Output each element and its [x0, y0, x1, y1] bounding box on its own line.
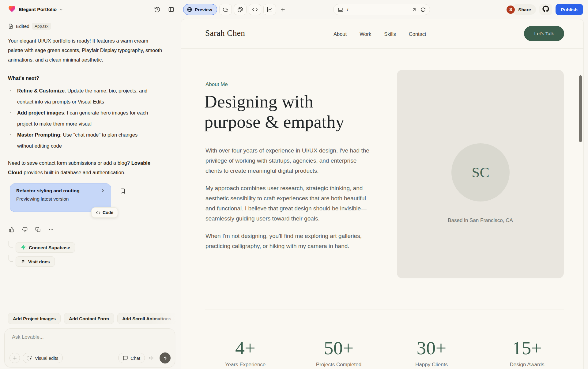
stat-value: 15+ — [481, 338, 573, 358]
about-paragraphs: With over four years of experience in UI… — [205, 145, 372, 258]
edited-label: Edited — [16, 24, 29, 29]
open-external-icon[interactable] — [412, 7, 417, 12]
version-card-title: Refactor styling and routing — [16, 188, 80, 194]
connect-supabase-label: Connect Supabase — [29, 245, 70, 250]
attach-button[interactable] — [9, 353, 20, 363]
branch-connector — [9, 241, 13, 247]
user-avatar[interactable]: S — [506, 5, 515, 14]
stat-design-awards: 15+ Design Awards — [481, 338, 573, 368]
version-card-zone: Refactor styling and routing Previewing … — [8, 183, 164, 218]
visit-docs-row: Visit docs — [8, 256, 164, 267]
audio-wave-icon[interactable] — [147, 353, 156, 363]
nav-link-about[interactable]: About — [334, 31, 347, 37]
list-item: Refine & Customize: Update the name, bio… — [8, 85, 155, 107]
top-bar: Elegant Portfolio Preview — [0, 0, 588, 19]
code-icon — [252, 7, 258, 13]
cloud-note-pre: Need to save contact form submissions or… — [8, 160, 131, 166]
top-right-actions: S Share Publish — [506, 4, 583, 15]
project-name: Elegant Portfolio — [19, 7, 57, 12]
analytics-button[interactable] — [263, 4, 276, 15]
nav-link-contact[interactable]: Contact — [409, 31, 426, 37]
location-caption: Based in San Francisco, CA — [397, 217, 564, 224]
monogram-circle: SC — [451, 143, 510, 201]
stat-value: 4+ — [199, 338, 291, 358]
assistant-intro-message: Your elegant UI/UX portfolio is ready! I… — [8, 36, 164, 65]
about-paragraph: With over four years of experience in UI… — [205, 145, 372, 176]
about-heading: Designing withpurpose & empathy — [204, 92, 344, 132]
edited-file-row[interactable]: Edited App.tsx — [8, 23, 164, 30]
bullet-lead: Master Prompting — [17, 132, 60, 137]
publish-button[interactable]: Publish — [556, 4, 583, 15]
share-group: S Share — [506, 4, 536, 15]
prompt-composer[interactable]: Visual edits Chat — [4, 328, 175, 367]
visit-docs-button[interactable]: Visit docs — [16, 256, 55, 267]
nav-link-work[interactable]: Work — [360, 31, 371, 37]
stat-value: 30+ — [386, 338, 477, 358]
url-bar[interactable]: / — [333, 4, 430, 15]
bookmark-icon[interactable] — [118, 186, 127, 196]
plus-icon — [12, 356, 17, 361]
stat-label: Happy Clients — [386, 362, 477, 368]
stat-label: Design Awards — [481, 362, 573, 368]
send-button[interactable] — [160, 352, 171, 363]
chart-icon — [267, 7, 273, 13]
theme-button[interactable] — [234, 4, 247, 15]
thumbs-up-icon[interactable] — [8, 226, 15, 233]
chip-add-contact-form[interactable]: Add Contact Form — [64, 313, 114, 324]
heading-line: Designing with — [204, 92, 313, 111]
code-button-label: Code — [103, 210, 113, 215]
chevron-down-icon[interactable] — [59, 7, 63, 12]
chat-bubble-icon — [123, 356, 128, 361]
connect-supabase-row: Connect Supabase — [8, 242, 164, 253]
stat-label: Projects Completed — [293, 362, 385, 368]
visit-docs-label: Visit docs — [28, 259, 50, 264]
github-button[interactable] — [539, 4, 552, 15]
copy-icon[interactable] — [34, 226, 42, 233]
edited-file-badge[interactable]: App.tsx — [32, 23, 51, 30]
mode-toolbar: Preview — [183, 4, 288, 15]
stat-years-experience: 4+ Years Experience — [199, 338, 291, 368]
preview-button[interactable]: Preview — [183, 4, 217, 15]
nav-link-skills[interactable]: Skills — [384, 31, 396, 37]
about-paragraph: My approach combines user research, stra… — [205, 183, 372, 224]
site-brand[interactable]: Sarah Chen — [205, 28, 245, 38]
connect-supabase-button[interactable]: Connect Supabase — [16, 242, 75, 253]
laptop-icon[interactable] — [337, 7, 343, 13]
bullet-lead: Refine & Customize — [17, 88, 65, 93]
bullet-lead: Add project images — [17, 110, 64, 115]
site-header: Sarah Chen About Work Skills Contact Let… — [181, 19, 583, 49]
supabase-bolt-icon — [21, 244, 26, 251]
heading-line: purpose & empathy — [204, 112, 344, 132]
whats-next-list: Refine & Customize: Update the name, bio… — [8, 85, 155, 151]
chat-mode-button[interactable]: Chat — [118, 353, 145, 363]
history-icon[interactable] — [153, 6, 161, 13]
app-window: Elegant Portfolio Preview — [0, 0, 588, 369]
stat-projects-completed: 50+ Projects Completed — [293, 338, 385, 368]
chip-add-project-images[interactable]: Add Project Images — [8, 313, 61, 324]
refresh-icon[interactable] — [420, 7, 426, 12]
code-button[interactable]: Code — [91, 207, 118, 218]
scrollbar-thumb[interactable] — [579, 75, 582, 142]
preview-pane: Sarah Chen About Work Skills Contact Let… — [181, 19, 584, 369]
thumbs-down-icon[interactable] — [21, 226, 28, 233]
message-actions — [8, 226, 164, 233]
cloud-button[interactable] — [219, 4, 232, 15]
chat-mode-label: Chat — [130, 356, 140, 361]
prompt-input[interactable] — [12, 334, 165, 351]
chip-add-scroll-animations[interactable]: Add Scroll Animations — [117, 313, 176, 324]
add-tab-button[interactable] — [278, 4, 288, 15]
section-divider — [205, 310, 564, 310]
panel-icon[interactable] — [167, 6, 175, 13]
visual-edits-button[interactable]: Visual edits — [23, 353, 63, 363]
project-menu[interactable]: Elegant Portfolio — [8, 0, 63, 19]
version-card-status: Previewing latest version — [16, 196, 105, 202]
code-view-button[interactable] — [249, 4, 261, 15]
about-section-label: About Me — [205, 81, 228, 88]
monogram-initials: SC — [472, 164, 489, 181]
lets-talk-button[interactable]: Let's Talk — [524, 26, 564, 41]
chat-messages: Edited App.tsx Your elegant UI/UX portfo… — [0, 19, 176, 307]
url-path[interactable]: / — [347, 7, 408, 12]
ellipsis-icon[interactable] — [47, 226, 55, 233]
plus-icon — [280, 7, 286, 13]
arrow-up-right-icon — [21, 259, 25, 264]
